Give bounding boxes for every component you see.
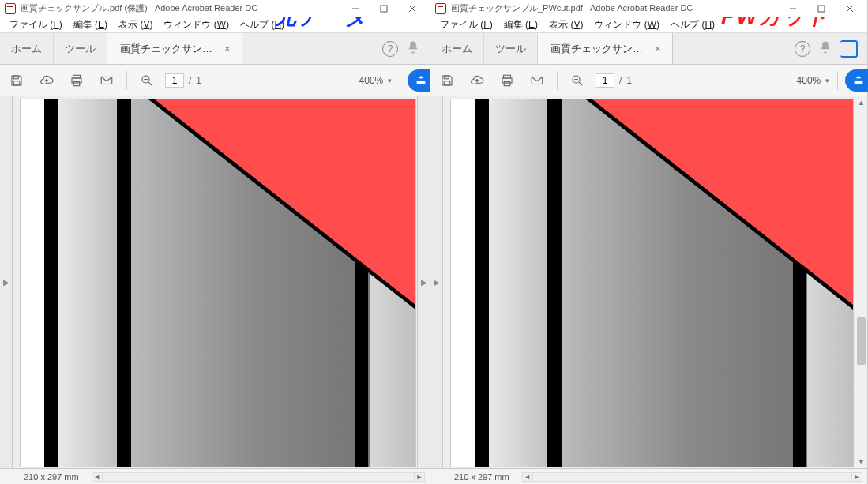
tab-tools[interactable]: ツール — [54, 33, 107, 64]
maximize-button[interactable] — [370, 1, 398, 17]
svg-rect-5 — [13, 81, 20, 84]
toolbar-separator — [400, 71, 400, 90]
page-total: 1 — [626, 75, 632, 86]
pdf-page — [451, 99, 853, 467]
tab-home[interactable]: ホーム — [430, 33, 484, 64]
document-tab[interactable]: 画質チェックサンプ... × — [107, 33, 242, 64]
pdf-app-icon — [435, 3, 446, 14]
mail-icon[interactable] — [525, 69, 549, 92]
svg-rect-1 — [381, 6, 387, 12]
chevron-right-icon: ▶ — [3, 278, 9, 287]
window-title: 画質チェックサンプル.pdf (保護) - Adobe Acrobat Read… — [21, 2, 336, 14]
titlebar: 画質チェックサンプル_PWcut.pdf - Adobe Acrobat Rea… — [430, 0, 867, 17]
nav-rail-left[interactable]: ▶ — [0, 96, 13, 468]
print-icon[interactable] — [65, 69, 88, 92]
menu-edit[interactable]: 編集 (E) — [70, 18, 111, 32]
svg-rect-17 — [444, 76, 449, 79]
menubar: ファイル (F) 編集 (E) 表示 (V) ウィンドウ (W) ヘルプ (H) — [430, 17, 867, 33]
svg-line-12 — [148, 82, 152, 85]
scroll-right-icon[interactable]: ► — [414, 472, 425, 482]
notifications-icon[interactable] — [406, 40, 420, 57]
document-area: ▶ ▲ ▼ — [430, 96, 867, 468]
close-button[interactable] — [836, 1, 864, 17]
document-tab-close-icon[interactable]: × — [652, 41, 664, 56]
print-icon[interactable] — [495, 69, 519, 92]
menu-help[interactable]: ヘルプ (H) — [667, 18, 718, 32]
vertical-scrollbar[interactable]: ▲ ▼ — [855, 96, 867, 468]
help-icon[interactable]: ? — [382, 41, 398, 57]
document-tab[interactable]: 画質チェックサンプ... × — [538, 33, 673, 64]
page-current-input[interactable] — [596, 73, 614, 88]
nav-rail-right[interactable]: ▶ — [417, 96, 430, 468]
page-bar — [117, 99, 131, 467]
titlebar: 画質チェックサンプル.pdf (保護) - Adobe Acrobat Read… — [0, 0, 430, 17]
page-navigator: / 1 — [165, 73, 201, 88]
toolbar-separator — [557, 71, 558, 90]
page-bar — [547, 99, 562, 467]
page-viewport[interactable] — [443, 96, 855, 468]
page-sep: / — [189, 75, 191, 86]
page-dimensions: 210 x 297 mm — [454, 472, 509, 482]
save-icon[interactable] — [435, 69, 459, 92]
svg-rect-8 — [73, 81, 80, 85]
minimize-button[interactable] — [779, 1, 807, 17]
toolbar-separator — [126, 71, 127, 90]
zoom-value: 400% — [353, 75, 383, 86]
horizontal-scrollbar[interactable]: ◄ ► — [92, 472, 425, 482]
page-bar — [475, 99, 489, 467]
document-tab-label: 画質チェックサンプ... — [120, 42, 215, 56]
scroll-down-icon[interactable]: ▼ — [855, 456, 867, 468]
menu-file[interactable]: ファイル (F) — [437, 18, 496, 32]
page-viewport[interactable] — [13, 96, 417, 468]
help-icon[interactable]: ? — [795, 41, 810, 57]
menu-file[interactable]: ファイル (F) — [6, 18, 66, 32]
page-triangle — [155, 99, 415, 305]
acrobat-window-left: 元データ 画質チェックサンプル.pdf (保護) - Adobe Acrobat… — [0, 0, 430, 484]
menu-window[interactable]: ウィンドウ (W) — [160, 18, 232, 32]
page-dimensions: 210 x 297 mm — [24, 472, 79, 482]
horizontal-scrollbar[interactable]: ◄ ► — [522, 472, 862, 482]
document-tab-close-icon[interactable]: × — [221, 41, 234, 56]
zoom-out-icon[interactable] — [135, 69, 159, 92]
nav-rail-left[interactable]: ▶ — [430, 96, 443, 468]
scroll-up-icon[interactable]: ▲ — [855, 96, 867, 109]
tabstrip: ホーム ツール 画質チェックサンプ... × ? — [430, 33, 867, 65]
signin-icon[interactable] — [840, 40, 858, 58]
menu-edit[interactable]: 編集 (E) — [501, 18, 541, 32]
page-sep: / — [619, 75, 622, 86]
page-current-input[interactable] — [165, 73, 184, 88]
share-button[interactable] — [845, 69, 868, 92]
tabstrip-actions: ? — [242, 33, 430, 64]
window-title: 画質チェックサンプル_PWcut.pdf - Adobe Acrobat Rea… — [451, 2, 774, 14]
mail-icon[interactable] — [95, 69, 118, 92]
zoom-out-icon[interactable] — [566, 69, 589, 92]
scroll-left-icon[interactable]: ◄ — [522, 472, 533, 482]
menu-window[interactable]: ウィンドウ (W) — [591, 18, 663, 32]
cloud-icon[interactable] — [35, 69, 58, 92]
svg-rect-4 — [13, 76, 18, 79]
scroll-right-icon[interactable]: ► — [851, 472, 862, 482]
chevron-down-icon[interactable]: ▾ — [388, 77, 392, 84]
page-total: 1 — [196, 75, 201, 86]
scroll-left-icon[interactable]: ◄ — [92, 472, 103, 482]
tab-home[interactable]: ホーム — [0, 33, 54, 64]
zoom-control[interactable]: 400% ▾ — [353, 75, 392, 86]
chevron-down-icon[interactable]: ▾ — [825, 77, 829, 84]
toolbar: / 1 400% ▾ ••• — [0, 65, 430, 96]
menu-help[interactable]: ヘルプ (H) — [237, 18, 287, 32]
svg-rect-18 — [444, 81, 450, 84]
statusbar: 210 x 297 mm ◄ ► — [430, 468, 867, 484]
notifications-icon[interactable] — [818, 40, 832, 57]
pdf-page — [21, 99, 415, 467]
menu-view[interactable]: 表示 (V) — [546, 18, 586, 32]
maximize-button[interactable] — [807, 1, 836, 17]
zoom-control[interactable]: 400% ▾ — [791, 75, 829, 86]
minimize-button[interactable] — [341, 1, 370, 17]
toolbar-separator — [837, 71, 838, 90]
menu-view[interactable]: 表示 (V) — [115, 18, 156, 32]
tab-tools[interactable]: ツール — [484, 33, 538, 64]
close-button[interactable] — [398, 1, 426, 17]
save-icon[interactable] — [5, 69, 28, 92]
cloud-icon[interactable] — [465, 69, 489, 92]
scroll-thumb[interactable] — [857, 317, 866, 365]
